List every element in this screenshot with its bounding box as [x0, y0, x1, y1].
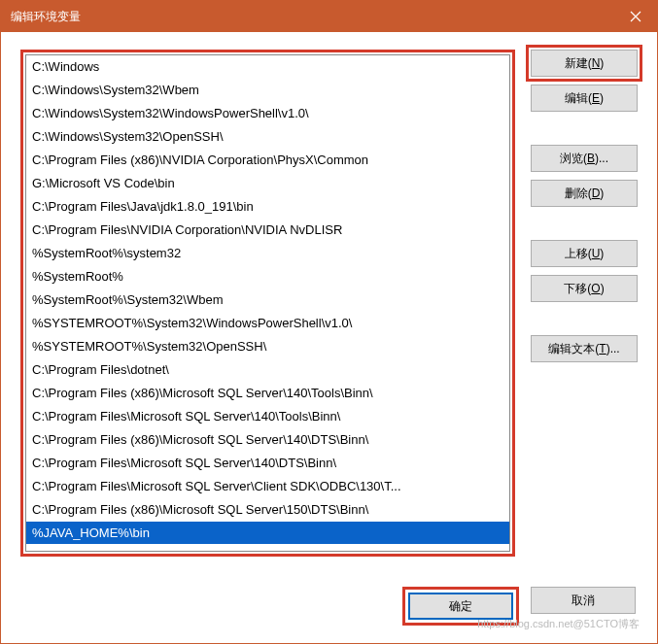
- ok-highlight: 确定: [402, 587, 519, 626]
- button-label: 编辑(: [565, 90, 592, 107]
- button-label: 下移(: [564, 281, 591, 297]
- close-button[interactable]: [613, 1, 657, 32]
- path-edit-input[interactable]: [26, 522, 509, 544]
- close-icon: [630, 11, 641, 22]
- button-hotkey: D: [592, 186, 601, 200]
- button-suffix: ): [600, 56, 604, 70]
- move-down-button[interactable]: 下移(O): [531, 275, 638, 302]
- delete-button[interactable]: 删除(D): [531, 180, 638, 207]
- list-item[interactable]: C:\Program Files\Microsoft SQL Server\Cl…: [26, 475, 509, 498]
- window-title: 编辑环境变量: [11, 9, 81, 25]
- button-suffix: )...: [595, 152, 608, 165]
- list-item[interactable]: C:\Program Files (x86)\Microsoft SQL Ser…: [26, 382, 509, 405]
- browse-button[interactable]: 浏览(B)...: [531, 145, 638, 172]
- list-item[interactable]: C:\Program Files\Microsoft SQL Server\14…: [26, 405, 509, 428]
- button-label: 编辑文本(: [548, 341, 599, 357]
- button-suffix: ): [601, 282, 605, 295]
- list-item[interactable]: C:\Program Files (x86)\Microsoft SQL Ser…: [26, 498, 509, 522]
- cancel-button[interactable]: 取消: [531, 587, 636, 614]
- new-button[interactable]: 新建(N): [531, 50, 638, 77]
- button-hotkey: E: [592, 91, 600, 105]
- list-item[interactable]: C:\Windows: [26, 55, 509, 79]
- list-item[interactable]: C:\Windows\System32\WindowsPowerShell\v1…: [26, 102, 509, 125]
- list-item[interactable]: %SystemRoot%: [26, 265, 509, 288]
- list-item[interactable]: C:\Program Files\Java\jdk1.8.0_191\bin: [26, 195, 509, 219]
- button-suffix: ): [600, 91, 604, 105]
- button-label: 删除(: [565, 186, 592, 202]
- button-hotkey: U: [592, 247, 601, 260]
- list-item[interactable]: %SYSTEMROOT%\System32\OpenSSH\: [26, 335, 509, 358]
- listbox-highlight: C:\WindowsC:\Windows\System32\WbemC:\Win…: [20, 50, 515, 557]
- button-hotkey: O: [591, 282, 600, 295]
- side-buttons: 新建(N) 编辑(E) 浏览(B)... 删除(D) 上移(U) 下移(O) 编…: [531, 50, 638, 567]
- button-label: 新建(: [565, 55, 592, 72]
- list-item[interactable]: C:\Program Files (x86)\Microsoft SQL Ser…: [26, 428, 509, 452]
- button-label: 浏览(: [560, 151, 587, 167]
- button-hotkey: T: [599, 342, 606, 356]
- titlebar: 编辑环境变量: [1, 1, 657, 32]
- list-item[interactable]: C:\Program Files\dotnet\: [26, 358, 509, 382]
- list-item[interactable]: %SystemRoot%\system32: [26, 242, 509, 265]
- dialog-window: 编辑环境变量 C:\WindowsC:\Windows\System32\Wbe…: [0, 0, 658, 644]
- list-item[interactable]: C:\Windows\System32\OpenSSH\: [26, 125, 509, 149]
- spacer: [531, 215, 638, 232]
- list-item[interactable]: C:\Windows\System32\Wbem: [26, 79, 509, 102]
- content-area: C:\WindowsC:\Windows\System32\WbemC:\Win…: [1, 32, 657, 577]
- list-item[interactable]: C:\Program Files (x86)\NVIDIA Corporatio…: [26, 149, 509, 172]
- path-listbox[interactable]: C:\WindowsC:\Windows\System32\WbemC:\Win…: [25, 54, 510, 552]
- edit-text-button[interactable]: 编辑文本(T)...: [531, 335, 638, 362]
- edit-button[interactable]: 编辑(E): [531, 85, 638, 112]
- button-label: 上移(: [565, 246, 592, 262]
- button-hotkey: N: [592, 56, 601, 70]
- button-hotkey: B: [587, 152, 595, 165]
- list-item[interactable]: C:\Program Files\Microsoft SQL Server\14…: [26, 452, 509, 475]
- footer: https://blog.csdn.net@51CTO博客 确定 取消: [1, 577, 657, 643]
- spacer: [531, 310, 638, 327]
- list-item[interactable]: G:\Microsoft VS Code\bin: [26, 172, 509, 195]
- list-item[interactable]: %SystemRoot%\System32\Wbem: [26, 288, 509, 312]
- ok-button[interactable]: 确定: [408, 593, 513, 620]
- button-suffix: ): [600, 186, 604, 200]
- list-panel: C:\WindowsC:\Windows\System32\WbemC:\Win…: [20, 50, 515, 567]
- list-item[interactable]: C:\Program Files\NVIDIA Corporation\NVID…: [26, 219, 509, 242]
- button-suffix: )...: [606, 342, 620, 356]
- list-item[interactable]: %SYSTEMROOT%\System32\WindowsPowerShell\…: [26, 312, 509, 335]
- spacer: [531, 119, 638, 137]
- list-item-editing[interactable]: [26, 522, 509, 544]
- button-suffix: ): [600, 247, 604, 260]
- move-up-button[interactable]: 上移(U): [531, 240, 638, 267]
